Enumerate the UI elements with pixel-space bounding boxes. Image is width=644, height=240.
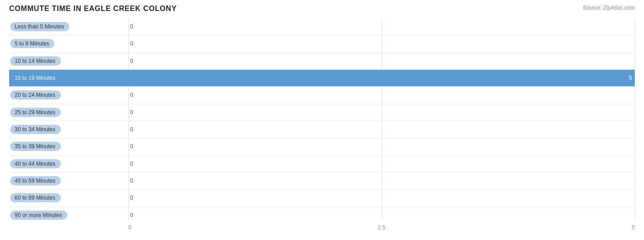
bar-cell: 0 [128,53,635,69]
source-label: Source: ZipAtlas.com [583,5,635,11]
label-pill: 35 to 39 Minutes [10,142,61,151]
chart-title: COMMUTE TIME IN EAGLE CREEK COLONY [9,5,635,13]
bar-row: 40 to 44 Minutes 0 [9,156,635,173]
bar-cell: 0 [128,87,635,103]
bar-value: 0 [130,212,133,218]
bar-value: 0 [130,161,133,167]
label-cell: 15 to 19 Minutes [9,73,128,84]
x-axis-label: 2.5 [378,224,386,231]
bar-row: 10 to 14 Minutes 0 [9,53,635,70]
bar-cell: 0 [128,104,635,121]
label-pill: 5 to 9 Minutes [10,39,55,48]
x-axis-label: 0 [128,224,131,231]
bar-cell: 0 [128,138,635,155]
chart-body: Less than 5 Minutes 0 5 to 9 Minutes 0 1… [9,18,635,231]
bar-value: 0 [130,126,133,133]
bar-row: 45 to 59 Minutes 0 [9,173,635,190]
bar-row: 20 to 24 Minutes 0 [9,87,635,104]
label-pill: 90 or more Minutes [10,211,67,220]
bar-cell: 0 [128,121,635,138]
label-cell: 60 to 89 Minutes [9,192,128,203]
label-pill: 45 to 59 Minutes [10,176,61,185]
label-cell: Less than 5 Minutes [9,21,128,32]
bar-row: 5 to 9 Minutes 0 [9,35,635,52]
bar-value: 5 [629,75,632,81]
bar-value: 0 [130,92,133,98]
label-pill: 25 to 29 Minutes [10,108,61,117]
bar-row: 35 to 39 Minutes 0 [9,138,635,155]
label-cell: 5 to 9 Minutes [9,38,128,49]
bar-row: 30 to 34 Minutes 0 [9,121,635,138]
x-axis-label: 5 [632,224,635,231]
label-cell: 20 to 24 Minutes [9,89,128,100]
bar-fill [128,70,635,86]
bar-cell: 0 [128,156,635,172]
bar-row: 90 or more Minutes 0 [9,207,635,223]
bar-row: 60 to 89 Minutes 0 [9,190,635,207]
bar-value: 0 [130,58,133,64]
bar-cell: 0 [128,35,635,52]
bar-value: 0 [130,23,133,30]
bar-row: 15 to 19 Minutes 5 [9,70,635,87]
bar-cell: 5 [128,70,635,86]
label-pill: 60 to 89 Minutes [10,193,61,202]
label-pill: 15 to 19 Minutes [10,73,61,83]
label-cell: 25 to 29 Minutes [9,107,128,118]
bar-value: 0 [130,178,133,184]
bar-cell: 0 [128,190,635,206]
label-pill: 40 to 44 Minutes [10,159,61,168]
bar-value: 0 [130,109,133,116]
bar-value: 0 [130,143,133,150]
label-pill: Less than 5 Minutes [10,22,69,31]
bar-cell: 0 [128,18,635,35]
bar-row: Less than 5 Minutes 0 [9,18,635,35]
bar-cell: 0 [128,207,635,223]
label-pill: 10 to 14 Minutes [10,56,61,66]
rows-container: Less than 5 Minutes 0 5 to 9 Minutes 0 1… [9,18,635,223]
label-pill: 20 to 24 Minutes [10,90,61,100]
chart-container: COMMUTE TIME IN EAGLE CREEK COLONY Sourc… [0,0,644,240]
label-cell: 45 to 59 Minutes [9,175,128,186]
bar-cell: 0 [128,173,635,189]
bar-row: 25 to 29 Minutes 0 [9,104,635,121]
label-cell: 35 to 39 Minutes [9,141,128,152]
label-cell: 90 or more Minutes [9,210,128,221]
bar-value: 0 [130,40,133,47]
label-cell: 30 to 34 Minutes [9,124,128,135]
label-cell: 40 to 44 Minutes [9,158,128,169]
bar-value: 0 [130,195,133,201]
label-pill: 30 to 34 Minutes [10,125,61,134]
x-axis: 02.55 [128,224,635,231]
label-cell: 10 to 14 Minutes [9,56,128,67]
